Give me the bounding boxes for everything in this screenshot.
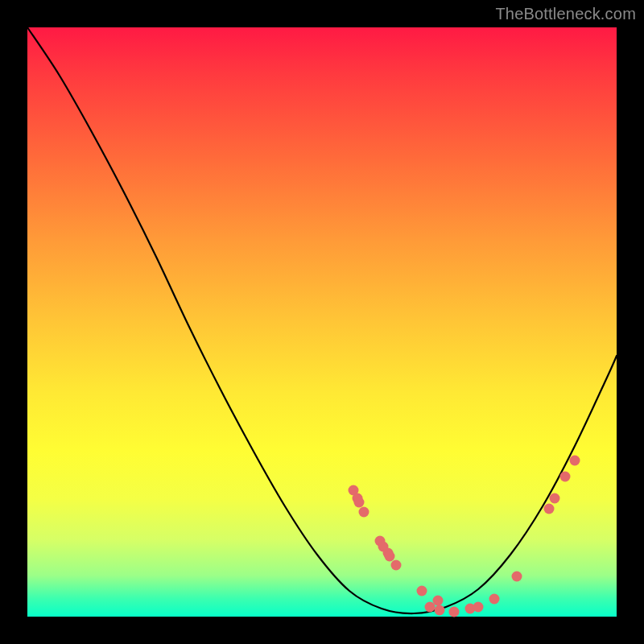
data-point-marker bbox=[560, 472, 571, 482]
chart-plot-area bbox=[27, 27, 617, 617]
data-point-marker bbox=[354, 497, 365, 508]
data-point-marker bbox=[359, 507, 369, 518]
performance-curve bbox=[27, 27, 617, 613]
data-point-marker bbox=[435, 605, 445, 616]
data-point-marker bbox=[512, 572, 522, 582]
data-point-marker bbox=[550, 493, 560, 504]
data-point-marker bbox=[425, 602, 436, 613]
data-point-marker bbox=[544, 504, 555, 514]
data-point-marker bbox=[489, 594, 500, 605]
data-point-marker bbox=[417, 586, 427, 597]
data-point-marker bbox=[473, 602, 484, 613]
data-point-marker bbox=[385, 551, 395, 562]
data-point-marker bbox=[391, 560, 402, 571]
bottleneck-curve-chart bbox=[27, 27, 617, 617]
data-point-marker bbox=[449, 607, 460, 617]
data-point-marker bbox=[570, 456, 580, 466]
watermark-label: TheBottleneck.com bbox=[495, 5, 636, 23]
highlighted-data-points bbox=[349, 456, 580, 617]
